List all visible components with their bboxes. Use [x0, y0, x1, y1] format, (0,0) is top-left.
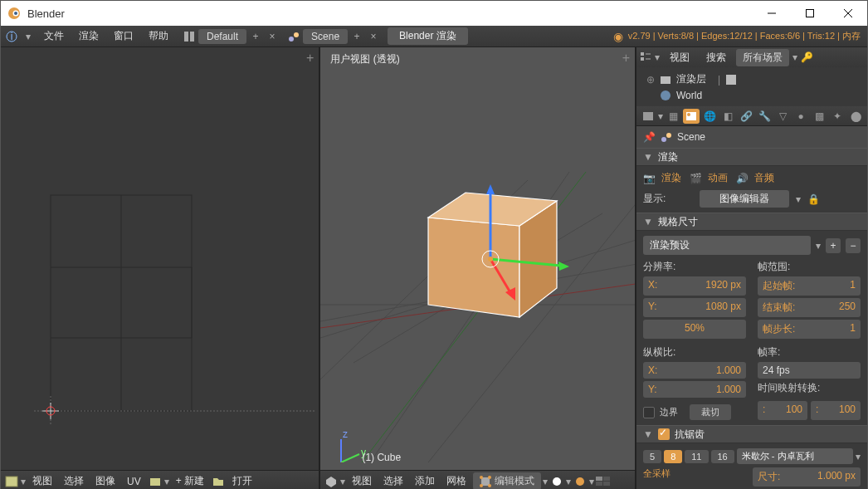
layout-icon[interactable] [182, 29, 197, 44]
ptab-constraint-icon[interactable]: 🔗 [738, 109, 754, 124]
audio-button[interactable]: 🔊音频 [736, 171, 774, 185]
3d-viewport[interactable]: 用户视图 (透视) + [320, 47, 635, 470]
preset-add[interactable]: + [826, 238, 841, 253]
menu-render[interactable]: 渲染 [72, 27, 105, 45]
remap-old-field[interactable]: :100 [758, 401, 807, 420]
ptab-modifier-icon[interactable]: 🔧 [756, 109, 773, 124]
open-image-button[interactable]: 打开 [227, 472, 257, 489]
ptab-texture-icon[interactable]: ▩ [811, 109, 827, 124]
remove-scene-icon[interactable]: × [366, 29, 381, 44]
ptab-scene-icon[interactable] [683, 109, 700, 124]
add-scene-icon[interactable]: + [349, 29, 364, 44]
samples-8[interactable]: 8 [664, 450, 682, 463]
aa-checkbox[interactable] [658, 428, 670, 440]
svg-text:i: i [11, 31, 13, 42]
outliner-filter[interactable]: 所有场景 [736, 49, 789, 66]
menu-window[interactable]: 窗口 [107, 27, 140, 45]
menu-help[interactable]: 帮助 [142, 27, 175, 45]
border-checkbox[interactable] [643, 407, 655, 418]
res-y-field[interactable]: Y:1080 px [643, 298, 746, 317]
outliner: ▾ 视图 搜索 所有场景 ▾ 🔑 ⊕ 渲染层 | [636, 47, 867, 106]
svg-point-52 [480, 476, 483, 479]
add-layout-icon[interactable]: + [248, 29, 263, 44]
uv-menu-image[interactable]: 图像 [90, 472, 120, 489]
3d-menu-view[interactable]: 视图 [347, 472, 377, 489]
folder-icon[interactable] [211, 474, 226, 489]
outliner-type-icon[interactable] [640, 51, 651, 63]
svg-rect-67 [643, 112, 653, 120]
editor-type-3d-icon[interactable] [324, 474, 339, 489]
aspect-y-field[interactable]: Y:1.000 [643, 381, 746, 398]
ptab-render-icon[interactable] [640, 109, 656, 124]
pin-icon[interactable]: 📌 [643, 131, 656, 143]
fps-selector[interactable]: 24 fps [758, 362, 861, 379]
section-render[interactable]: ▼渲染 [636, 148, 867, 166]
render-button[interactable]: 📷渲染 [643, 171, 681, 185]
ptab-particle-icon[interactable]: ✦ [829, 109, 846, 124]
svg-point-44 [488, 257, 493, 262]
menu-file[interactable]: 文件 [37, 27, 71, 45]
3d-menu-add[interactable]: 添加 [410, 472, 440, 489]
image-icon [725, 74, 737, 86]
ptab-material-icon[interactable]: ● [792, 109, 809, 124]
shading-icon[interactable] [549, 474, 564, 489]
editor-type-icon[interactable] [4, 474, 19, 489]
ptab-physics-icon[interactable]: ⬤ [847, 109, 864, 124]
pivot-icon[interactable] [573, 474, 588, 489]
preset-selector[interactable]: 渲染预设 [643, 236, 811, 255]
res-x-field[interactable]: X:1920 px [643, 276, 746, 296]
key-icon[interactable]: 🔑 [801, 51, 813, 63]
section-antialias[interactable]: ▼抗锯齿 [636, 425, 867, 443]
preset-remove[interactable]: − [846, 238, 861, 253]
layers-icon[interactable] [596, 474, 611, 489]
uv-menu-select[interactable]: 选择 [59, 472, 89, 489]
res-pct-field[interactable]: 50% [643, 320, 746, 339]
chevron-down-icon[interactable]: ▾ [21, 29, 36, 44]
uv-menu-view[interactable]: 视图 [27, 472, 57, 489]
frame-start-field[interactable]: 起始帧:1 [758, 276, 861, 296]
remap-new-field[interactable]: :100 [811, 401, 861, 420]
crop-button[interactable]: 裁切 [690, 404, 731, 420]
uv-viewport[interactable]: + [1, 47, 319, 470]
outliner-view[interactable]: 视图 [663, 49, 696, 66]
svg-point-66 [661, 90, 671, 100]
frame-end-field[interactable]: 结束帧:250 [758, 298, 861, 317]
ptab-data-icon[interactable]: ▽ [774, 109, 791, 124]
3d-menu-mesh[interactable]: 网格 [441, 472, 471, 489]
samples-16[interactable]: 16 [711, 450, 734, 463]
image-browse-icon[interactable] [148, 474, 163, 489]
tree-row-world[interactable]: World [646, 88, 857, 103]
ptab-object-icon[interactable]: ◧ [719, 109, 736, 124]
outliner-search[interactable]: 搜索 [700, 49, 733, 66]
frame-step-field[interactable]: 帧步长:1 [758, 320, 861, 339]
aspect-x-field[interactable]: X:1.000 [643, 362, 746, 379]
svg-rect-60 [641, 52, 644, 56]
lock-icon[interactable]: 🔒 [807, 193, 820, 205]
minimize-button[interactable] [753, 1, 791, 26]
samples-5[interactable]: 5 [643, 450, 661, 463]
close-button[interactable] [829, 1, 867, 26]
filter-size-field[interactable]: 尺寸:1.000 px [753, 467, 861, 487]
svg-rect-9 [184, 32, 188, 42]
engine-selector[interactable]: Blender 渲染 [388, 27, 468, 45]
remove-layout-icon[interactable]: × [265, 29, 280, 44]
samples-11[interactable]: 11 [685, 450, 708, 463]
scene-icon[interactable] [286, 29, 301, 44]
properties-panel[interactable]: 📌 Scene ▼渲染 📷渲染 🎬动画 🔊音频 显示: 图 [636, 126, 867, 489]
uv-menu-uv[interactable]: UV [122, 474, 146, 489]
info-icon[interactable]: i [4, 29, 19, 44]
scene-selector[interactable]: Scene [303, 29, 348, 44]
display-selector[interactable]: 图像编辑器 [700, 190, 789, 208]
new-image-button[interactable]: + 新建 [171, 472, 209, 489]
filter-selector[interactable]: 米歇尔 - 内卓瓦利 [737, 448, 853, 464]
section-dimensions[interactable]: ▼规格尺寸 [636, 213, 867, 231]
mode-selector[interactable]: 编辑模式 [473, 472, 541, 489]
layout-selector[interactable]: Default [198, 29, 246, 44]
tree-row-renderlayer[interactable]: ⊕ 渲染层 | [646, 71, 857, 88]
animation-button[interactable]: 🎬动画 [690, 171, 728, 185]
ptab-layers-icon[interactable]: ▦ [665, 109, 681, 124]
maximize-button[interactable] [791, 1, 829, 26]
ptab-world-icon[interactable]: 🌐 [701, 109, 718, 124]
stats-text: v2.79 | Verts:8/8 | Edges:12/12 | Faces:… [628, 30, 864, 42]
3d-menu-select[interactable]: 选择 [378, 472, 408, 489]
